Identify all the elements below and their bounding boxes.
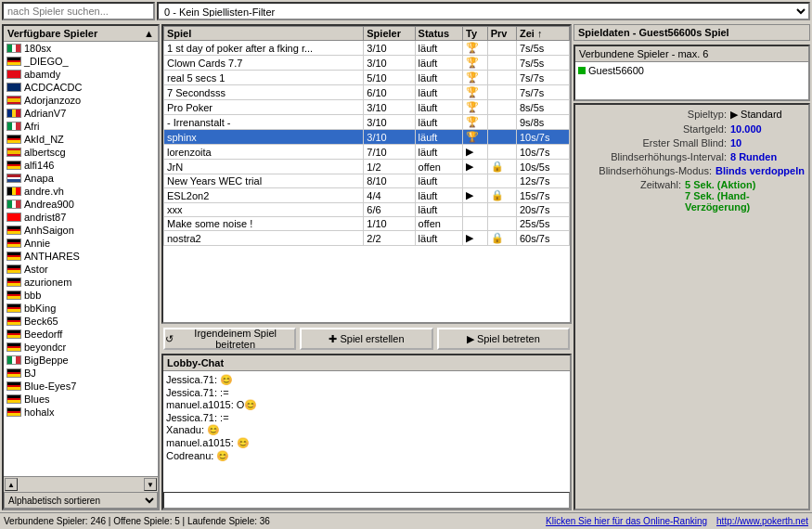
flag-icon	[6, 122, 21, 131]
table-row[interactable]: real 5 secs 15/10läuft🏆7s/7s	[164, 71, 570, 85]
scroll-up-btn[interactable]: ▲	[5, 478, 18, 491]
table-cell	[463, 174, 488, 188]
table-cell: nostra2	[164, 231, 364, 246]
filter-select[interactable]: 0 - Kein Spiellisten-Filter	[157, 2, 810, 20]
table-row[interactable]: sphinx3/10läuft🏆10s/7s	[164, 130, 570, 145]
table-cell: 8/10	[364, 174, 415, 188]
table-row[interactable]: nostra22/2läuft▶🔒60s/7s	[164, 231, 570, 246]
observe-game-button[interactable]: ▶ Spiel betreten	[437, 328, 570, 350]
player-item[interactable]: Anapa	[4, 172, 158, 185]
table-cell: 3/10	[364, 100, 415, 115]
player-name: alfi146	[24, 160, 54, 171]
chat-message: manuel.a1015: O😊	[166, 399, 567, 411]
col-header-typ[interactable]: Ty	[463, 27, 488, 41]
small-blind-value: 10	[730, 137, 805, 148]
table-cell: offen	[415, 217, 462, 231]
table-cell: 4/4	[364, 188, 415, 203]
game-table: Spiel Spieler Status Ty Prv Zei ↑ 1 st d…	[163, 26, 570, 246]
table-cell: läuft	[415, 130, 462, 145]
player-item[interactable]: Adorjanzozo	[4, 94, 158, 107]
table-row[interactable]: 1 st day of poker after a fking r...3/10…	[164, 41, 570, 56]
player-item[interactable]: AnhSaigon	[4, 224, 158, 237]
table-cell: 9s/8s	[516, 115, 569, 130]
website-link[interactable]: http://www.pokerth.net	[716, 516, 808, 526]
sort-select[interactable]: Alphabetisch sortieren	[4, 492, 158, 509]
player-item[interactable]: Blues	[4, 393, 158, 406]
col-header-prv[interactable]: Prv	[487, 27, 516, 41]
player-item[interactable]: Beedorff	[4, 328, 158, 341]
player-item[interactable]: Blue-Eyes7	[4, 380, 158, 393]
plus-icon: ✚	[329, 333, 337, 345]
player-name: Andrea900	[24, 199, 74, 210]
table-row[interactable]: JrN1/2offen▶🔒10s/5s	[164, 160, 570, 174]
flag-icon	[6, 329, 21, 339]
col-header-status[interactable]: Status	[415, 27, 462, 41]
ranking-link[interactable]: Klicken Sie hier für das Online-Ranking	[546, 516, 707, 526]
player-item[interactable]: Astor	[4, 263, 158, 276]
player-name: albertscg	[24, 147, 66, 158]
table-cell: ▶	[463, 160, 488, 174]
player-item[interactable]: BJ	[4, 367, 158, 380]
table-row[interactable]: ESL2on24/4läuft▶🔒15s/7s	[164, 188, 570, 203]
table-row[interactable]: lorenzoita7/10läuft▶10s/7s	[164, 145, 570, 160]
player-name: azurionem	[24, 277, 71, 288]
player-item[interactable]: beyondcr	[4, 341, 158, 354]
table-cell: 1 st day of poker after a fking r...	[164, 41, 364, 56]
table-row[interactable]: Pro Poker3/10läuft🏆8s/5s	[164, 100, 570, 115]
player-item[interactable]: Andrea900	[4, 198, 158, 211]
player-item[interactable]: 180sx	[4, 42, 158, 55]
blinds-modus-label: Blindserhöhungs-Modus:	[599, 165, 712, 176]
table-cell: läuft	[415, 174, 462, 188]
table-row[interactable]: 7 Secondsss6/10läuft🏆7s/7s	[164, 85, 570, 100]
table-cell: läuft	[415, 71, 462, 85]
scroll-down-btn[interactable]: ▼	[144, 478, 157, 491]
table-cell: 🏆	[463, 56, 488, 71]
table-row[interactable]: Clown Cards 7.73/10läuft🏆7s/5s	[164, 56, 570, 71]
player-item[interactable]: abamdy	[4, 68, 158, 81]
player-item[interactable]: albertscg	[4, 146, 158, 159]
player-name: beyondcr	[24, 342, 66, 353]
table-row[interactable]: Make some noise !1/10offen25s/5s	[164, 217, 570, 231]
create-game-button[interactable]: ✚ Spiel erstellen	[300, 328, 432, 350]
table-cell: 3/10	[364, 130, 415, 145]
player-item[interactable]: Beck65	[4, 315, 158, 328]
player-item[interactable]: andrist87	[4, 211, 158, 224]
connected-list: Guest56600	[575, 62, 808, 99]
player-item[interactable]: andre.vh	[4, 185, 158, 198]
player-item[interactable]: bbKing	[4, 302, 158, 315]
spieltyp-row: Spieltyp: ▶ Standard	[579, 109, 805, 121]
table-row[interactable]: xxx6/6läuft20s/7s	[164, 203, 570, 217]
table-row[interactable]: - Irrenanstalt -3/10läuft🏆9s/8s	[164, 115, 570, 130]
player-search-input[interactable]	[2, 2, 155, 20]
flag-icon	[6, 226, 21, 235]
flag-icon	[6, 187, 21, 196]
player-item[interactable]: AkId_NZ	[4, 133, 158, 146]
col-header-spieler[interactable]: Spieler	[364, 27, 415, 41]
chat-input[interactable]	[163, 492, 570, 509]
table-cell: läuft	[415, 231, 462, 246]
startgeld-label: Startgeld:	[625, 123, 727, 135]
chat-header: Lobby-Chat	[163, 355, 570, 371]
col-header-zeit[interactable]: Zei ↑	[516, 27, 569, 41]
player-item[interactable]: bbb	[4, 289, 158, 302]
table-cell	[487, 56, 516, 71]
player-item[interactable]: BigBeppe	[4, 354, 158, 367]
player-item[interactable]: AdrianV7	[4, 107, 158, 120]
table-row[interactable]: New Years WEC trial8/10läuft12s/7s	[164, 174, 570, 188]
table-cell: 15s/7s	[516, 188, 569, 203]
table-cell: 7s/7s	[516, 85, 569, 100]
player-item[interactable]: _DIEGO_	[4, 55, 158, 68]
table-cell: läuft	[415, 100, 462, 115]
player-item[interactable]: Afri	[4, 120, 158, 133]
col-header-spiel[interactable]: Spiel	[164, 27, 364, 41]
player-item[interactable]: Annie	[4, 237, 158, 250]
join-any-game-button[interactable]: ↺ Irgendeinem Spiel beitreten	[163, 328, 296, 350]
table-cell: ▶	[463, 188, 488, 203]
player-list[interactable]: 180sx_DIEGO_abamdyACDCACDCAdorjanzozoAdr…	[4, 42, 158, 476]
content-area: Verfügbare Spieler ▲ 180sx_DIEGO_abamdyA…	[0, 22, 812, 512]
player-item[interactable]: ACDCACDC	[4, 81, 158, 94]
player-item[interactable]: azurionem	[4, 276, 158, 289]
player-item[interactable]: hohalx	[4, 406, 158, 419]
player-item[interactable]: alfi146	[4, 159, 158, 172]
player-item[interactable]: ANTHARES	[4, 250, 158, 263]
